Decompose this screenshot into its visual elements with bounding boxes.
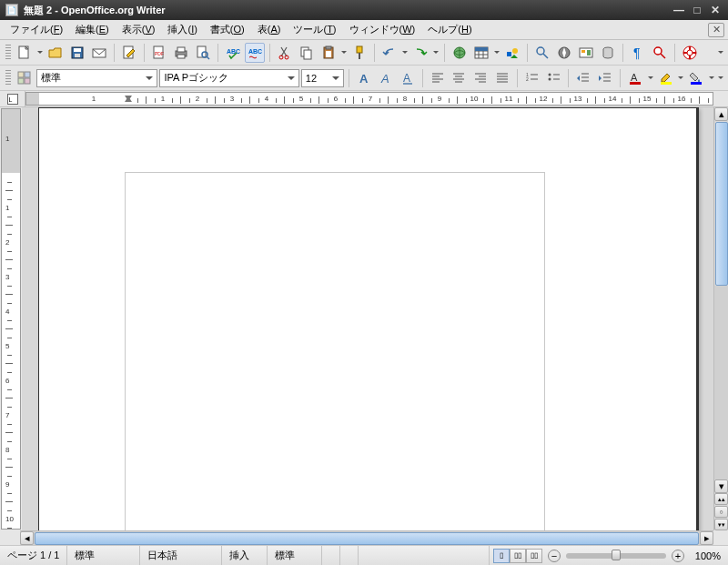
print-button[interactable] <box>171 43 191 63</box>
hyperlink-button[interactable] <box>450 43 470 63</box>
toolbar-overflow[interactable] <box>717 68 724 88</box>
font-name-combo[interactable]: IPA Pゴシック <box>159 69 298 87</box>
toolbar-overflow[interactable] <box>717 43 724 63</box>
horizontal-scrollbar[interactable]: ◂ ▸ <box>20 530 713 545</box>
auto-spellcheck-button[interactable]: ABC <box>245 43 265 63</box>
table-button[interactable] <box>471 43 491 63</box>
paragraph-style-combo[interactable]: 標準 <box>36 69 158 87</box>
menu-file[interactable]: ファイル(F) <box>4 21 69 38</box>
decrease-indent-button[interactable] <box>573 68 593 88</box>
view-multi-page-button[interactable]: ▯▯ <box>510 549 526 563</box>
scroll-down-button[interactable]: ▾ <box>714 479 728 493</box>
highlight-color-button[interactable] <box>656 68 676 88</box>
vertical-ruler[interactable]: 112345678910 <box>1 108 21 530</box>
zoom-percent[interactable]: 100% <box>686 546 728 565</box>
increase-indent-button[interactable] <box>595 68 615 88</box>
document-close-button[interactable]: ✕ <box>708 23 724 37</box>
email-button[interactable] <box>89 43 109 63</box>
hscroll-row: ◂ ▸ <box>0 530 728 545</box>
status-modified[interactable] <box>340 546 359 565</box>
vscroll-thumb[interactable] <box>715 122 728 286</box>
table-dropdown[interactable] <box>493 43 500 63</box>
spellcheck-button[interactable]: ABC <box>223 43 243 63</box>
toolbar-grip[interactable] <box>5 45 11 61</box>
format-paintbrush-button[interactable] <box>349 43 369 63</box>
status-selection-mode[interactable]: 標準 <box>268 546 322 565</box>
export-pdf-button[interactable]: PDF <box>149 43 169 63</box>
toolbar-grip[interactable] <box>5 70 11 86</box>
align-left-button[interactable] <box>428 68 448 88</box>
status-page[interactable]: ページ 1 / 1 <box>0 546 67 565</box>
underline-button[interactable]: A <box>398 68 418 88</box>
zoom-in-button[interactable]: + <box>672 550 684 562</box>
scroll-up-button[interactable]: ▴ <box>714 107 728 121</box>
cut-button[interactable] <box>275 43 295 63</box>
zoom-out-button[interactable]: − <box>548 550 561 562</box>
zoom-slider[interactable] <box>566 553 666 559</box>
minimize-button[interactable]: — <box>672 4 686 16</box>
maximize-button[interactable]: □ <box>690 4 704 16</box>
menu-edit[interactable]: 編集(E) <box>69 21 116 38</box>
menu-table[interactable]: 表(A) <box>251 21 288 38</box>
paste-dropdown[interactable] <box>340 43 348 63</box>
justify-button[interactable] <box>492 68 512 88</box>
open-button[interactable] <box>46 43 66 63</box>
align-right-button[interactable] <box>470 68 490 88</box>
italic-button[interactable]: A <box>376 68 396 88</box>
bullet-list-button[interactable] <box>544 68 564 88</box>
find-button[interactable] <box>532 43 552 63</box>
vertical-scrollbar[interactable]: ▴ ▾ ▴▴ ○ ▾▾ <box>713 107 728 530</box>
status-insert-mode[interactable]: 挿入 <box>222 546 268 565</box>
numbered-list-button[interactable]: 12 <box>522 68 542 88</box>
redo-button[interactable] <box>410 43 430 63</box>
align-center-button[interactable] <box>450 68 470 88</box>
new-button[interactable] <box>15 43 35 63</box>
styles-window-button[interactable] <box>15 68 35 88</box>
svg-text:2: 2 <box>526 76 529 82</box>
scroll-left-button[interactable]: ◂ <box>20 531 34 545</box>
status-signature[interactable] <box>322 546 340 565</box>
edit-file-button[interactable] <box>119 43 139 63</box>
menu-insert[interactable]: 挿入(I) <box>161 21 203 38</box>
print-preview-button[interactable] <box>193 43 213 63</box>
data-sources-button[interactable] <box>598 43 618 63</box>
background-color-dropdown[interactable] <box>708 68 715 88</box>
view-book-button[interactable]: ▯▯ <box>526 549 542 563</box>
hscroll-thumb[interactable] <box>35 532 699 545</box>
menu-help[interactable]: ヘルプ(H) <box>421 21 478 38</box>
menu-window[interactable]: ウィンドウ(W) <box>343 21 422 38</box>
font-color-dropdown[interactable] <box>647 68 654 88</box>
help-button[interactable] <box>680 43 700 63</box>
menu-format[interactable]: 書式(O) <box>204 21 251 38</box>
bold-button[interactable]: A <box>354 68 374 88</box>
undo-dropdown[interactable] <box>401 43 409 63</box>
show-draw-button[interactable] <box>502 43 522 63</box>
save-button[interactable] <box>67 43 87 63</box>
status-style[interactable]: 標準 <box>67 546 140 565</box>
redo-dropdown[interactable] <box>432 43 440 63</box>
status-language[interactable]: 日本語 <box>140 546 222 565</box>
highlight-color-dropdown[interactable] <box>677 68 684 88</box>
zoom-button[interactable] <box>650 43 670 63</box>
font-size-combo[interactable]: 12 <box>301 69 345 87</box>
scroll-right-button[interactable]: ▸ <box>700 531 713 545</box>
tab-stop-indicator[interactable]: L <box>0 91 25 107</box>
menu-view[interactable]: 表示(V) <box>116 21 162 38</box>
background-color-button[interactable] <box>686 68 706 88</box>
close-button[interactable]: ✕ <box>708 4 723 16</box>
horizontal-ruler[interactable]: 1123456789101112131415161718 <box>25 92 713 106</box>
navigator-button[interactable] <box>554 43 574 63</box>
menu-tools[interactable]: ツール(T) <box>287 21 342 38</box>
next-page-button[interactable]: ▾▾ <box>714 519 728 530</box>
copy-button[interactable] <box>297 43 317 63</box>
new-dropdown[interactable] <box>36 43 44 63</box>
navigation-button[interactable]: ○ <box>714 506 728 518</box>
prev-page-button[interactable]: ▴▴ <box>714 493 728 505</box>
nonprinting-chars-button[interactable]: ¶ <box>628 43 648 63</box>
undo-button[interactable] <box>379 43 399 63</box>
view-single-page-button[interactable]: ▯ <box>493 549 510 563</box>
paste-button[interactable] <box>318 43 339 63</box>
gallery-button[interactable] <box>576 43 596 63</box>
font-color-button[interactable]: A <box>625 68 645 88</box>
document-canvas[interactable] <box>22 107 713 530</box>
